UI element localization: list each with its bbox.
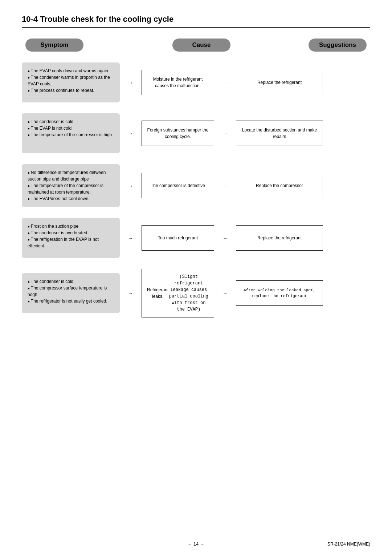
symptom-item: The EVAP cools down and warms again — [28, 68, 114, 74]
symptom-box: Frost on the suction pipeThe condenser i… — [22, 218, 120, 258]
title-divider — [22, 27, 370, 28]
page-title: 10-4 Trouble chesk for the cooling cycle — [22, 15, 370, 24]
symptom-item: The condenser is cold. — [28, 278, 114, 285]
arrow-icon: → — [214, 183, 236, 189]
header-row: Symptom Cause Suggestions — [22, 39, 370, 52]
suggestion-box: Replace the refrigerant — [236, 70, 323, 95]
cause-box: Foreign substances hamper the cooling cy… — [142, 121, 214, 146]
arrow-icon: → — [214, 291, 236, 296]
symptom-header: Symptom — [25, 39, 83, 52]
suggestion-box: Replace the refrigerant — [236, 225, 323, 251]
symptom-item: The temperature of the comrressor is hig… — [28, 131, 114, 138]
arrow-icon: → — [120, 131, 142, 136]
arrow-icon: → — [120, 235, 142, 241]
footer-page: － 14 － — [187, 541, 205, 547]
cause-box: Refrigerant leaks.(Slight refrigerant le… — [142, 269, 214, 317]
arrow-icon: → — [120, 291, 142, 296]
suggestions-header-col: Suggestions — [279, 39, 367, 52]
symptom-item: The refrigeration in the EVAP is not eff… — [28, 236, 114, 249]
rows-container: The EVAP cools down and warms againThe c… — [22, 62, 370, 317]
symptom-item: The compressor surface temperature is ho… — [28, 285, 114, 298]
symptom-item: No difference in temperatures detween su… — [28, 169, 114, 182]
suggestion-box: Replace the compressor — [236, 173, 323, 198]
symptom-box: No difference in temperatures detween su… — [22, 164, 120, 207]
arrow-icon: → — [214, 235, 236, 241]
symptom-item: The condenser warms in proportin as the … — [28, 74, 114, 87]
symptom-item: The EVAPdoes not cool down. — [28, 195, 114, 202]
symptom-box: The condenser is coldThe EVAP is not col… — [22, 113, 120, 153]
diag-row: Frost on the suction pipeThe condenser i… — [22, 218, 370, 258]
symptom-item: The condenser is overheated. — [28, 230, 114, 236]
symptom-item: The EVAP is not cold — [28, 125, 114, 131]
cause-box: Too much refrigerant — [142, 225, 214, 251]
arrow-icon: → — [120, 80, 142, 85]
suggestions-header: Suggestions — [309, 39, 367, 52]
diag-row: No difference in temperatures detween su… — [22, 164, 370, 207]
cause-box: Moisture in the refrigerant causes the m… — [142, 70, 214, 95]
cause-header: Cause — [172, 39, 230, 52]
symptom-box: The EVAP cools down and warms againThe c… — [22, 62, 120, 102]
symptom-box: The condenser is cold.The compressor sur… — [22, 273, 120, 313]
diag-row: The EVAP cools down and warms againThe c… — [22, 62, 370, 102]
suggestion-box: Locate the disturbed section and make re… — [236, 121, 323, 146]
suggestion-box: After welding the leaked spot, replace t… — [236, 280, 323, 306]
diag-row: The condenser is cold.The compressor sur… — [22, 269, 370, 317]
symptom-item: Frost on the suction pipe — [28, 223, 114, 230]
symptom-item: The refrigerator is not easily get coole… — [28, 298, 114, 304]
symptom-item: The temperature of the compressor is mai… — [28, 182, 114, 195]
footer-model: SR-21/24 NME(WME) — [327, 542, 370, 547]
diag-row: The condenser is coldThe EVAP is not col… — [22, 113, 370, 153]
cause-box: The comperssor is defective — [142, 173, 214, 198]
symptom-item: The process continues to repeat. — [28, 87, 114, 94]
arrow-icon: → — [214, 131, 236, 136]
symptom-item: The condenser is cold — [28, 118, 114, 125]
cause-header-col: Cause — [165, 39, 238, 52]
arrow-icon: → — [120, 183, 142, 189]
symptom-header-col: Symptom — [25, 39, 123, 52]
arrow-icon: → — [214, 80, 236, 85]
